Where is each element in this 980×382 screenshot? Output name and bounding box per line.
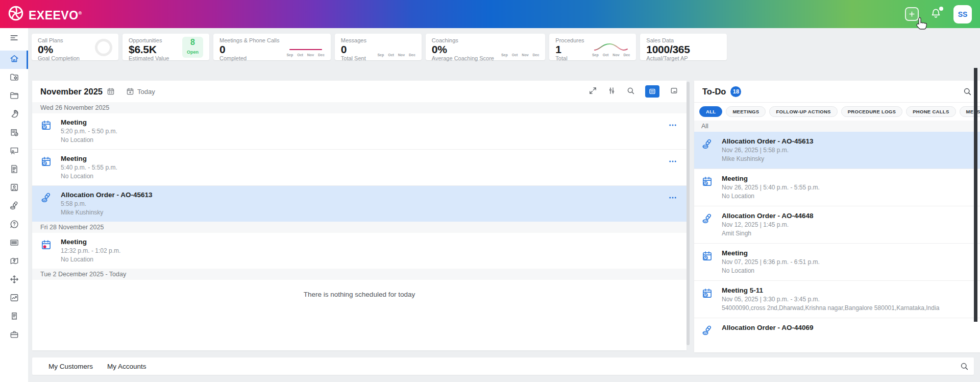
kpi-card[interactable]: Messages 0 Total Sent Sep Oct Nov Dec bbox=[335, 34, 422, 60]
sidebar-item[interactable] bbox=[0, 142, 28, 161]
sidebar-item[interactable] bbox=[0, 161, 28, 179]
sidebar-item[interactable] bbox=[0, 106, 28, 124]
todo-filter-chip[interactable]: MEETINGS bbox=[726, 106, 766, 117]
todo-filter-chip[interactable]: PROCEDURE LOGS bbox=[841, 106, 902, 117]
calendar-event-row[interactable]: Meeting 5:20 p.m. - 5:50 p.m. No Locatio… bbox=[32, 113, 687, 149]
todo-header: To-Do 18 bbox=[694, 81, 980, 103]
sidebar-item[interactable] bbox=[0, 179, 28, 198]
kpi-card[interactable]: Procedures 1 Total Sep Oct Nov Dec bbox=[549, 34, 636, 60]
calendar-picker-icon[interactable] bbox=[107, 87, 115, 96]
kpi-card[interactable]: Meetings & Phone Calls 0 Completed Sep O… bbox=[213, 34, 331, 60]
card-view-icon[interactable] bbox=[670, 86, 678, 97]
more-horizontal-icon[interactable] bbox=[668, 157, 677, 168]
sidebar-item[interactable] bbox=[0, 308, 28, 326]
calendar-panel: November 2025 Today bbox=[32, 81, 687, 350]
folder-gear-icon bbox=[9, 72, 19, 84]
todo-item-time: Nov 26, 2025 | 5:40 p.m. - 5:55 p.m. bbox=[722, 184, 820, 191]
page-scrollbar[interactable] bbox=[974, 68, 977, 322]
todo-list: Allocation Order - AO-45613 Nov 26, 2025… bbox=[694, 132, 980, 343]
sidebar-item[interactable] bbox=[0, 271, 28, 290]
todo-item[interactable]: Meeting Nov 07, 2025 | 6:36 p.m. - 6:51 … bbox=[694, 243, 980, 280]
curve-sparkline bbox=[593, 42, 629, 53]
event-time: 12:32 p.m. - 1:02 p.m. bbox=[61, 247, 120, 254]
list-view-button[interactable] bbox=[645, 85, 659, 98]
sidebar-item[interactable] bbox=[0, 124, 28, 142]
cal-clock-icon bbox=[40, 155, 54, 180]
todo-filter-chip[interactable]: ALL bbox=[699, 106, 722, 117]
todo-item-title: Allocation Order - AO-45613 bbox=[722, 137, 814, 145]
todo-section-header: All bbox=[694, 121, 980, 132]
kpi-title: Call Plans bbox=[38, 37, 80, 43]
kpi-card[interactable]: Opportunities $6.5K Estimated Value 8Ope… bbox=[122, 34, 209, 60]
filter-sliders-icon[interactable] bbox=[607, 86, 616, 97]
left-nav-sidebar bbox=[0, 28, 28, 382]
sidebar-item[interactable] bbox=[0, 216, 28, 234]
sidebar-item[interactable] bbox=[0, 51, 28, 69]
app-logo[interactable]: EXEEVO® bbox=[7, 5, 82, 24]
todo-filter-chip[interactable]: PHONE CALLS bbox=[906, 106, 955, 117]
sidebar-item[interactable] bbox=[0, 290, 28, 308]
calendar-event-row[interactable]: Allocation Order - AO-45613 5:58 p.m. Mi… bbox=[32, 185, 687, 222]
calendar-month-title[interactable]: November 2025 bbox=[40, 87, 103, 97]
more-horizontal-icon[interactable] bbox=[668, 121, 677, 132]
cal-clock-icon bbox=[701, 249, 715, 274]
sidebar-item[interactable] bbox=[0, 87, 28, 106]
calendar-header: November 2025 Today bbox=[32, 81, 687, 102]
today-button[interactable]: Today bbox=[126, 87, 155, 96]
todo-item-title: Allocation Order - AO-44069 bbox=[722, 324, 814, 331]
todo-title: To-Do bbox=[702, 87, 726, 97]
sidebar-item[interactable] bbox=[0, 198, 28, 216]
document-edit-icon bbox=[9, 127, 19, 139]
user-avatar[interactable]: SS bbox=[953, 5, 972, 23]
kpi-card[interactable]: Sales Data 1000/365 Actual/Target AP bbox=[640, 34, 727, 60]
notifications-button[interactable] bbox=[930, 8, 942, 21]
kpi-widget: Sep Oct Nov Dec bbox=[592, 37, 630, 57]
home-icon bbox=[9, 54, 19, 66]
more-horizontal-icon[interactable] bbox=[668, 193, 677, 204]
receipt-icon bbox=[9, 311, 19, 323]
footer-tab[interactable]: My Accounts bbox=[107, 363, 146, 370]
kpi-card[interactable]: Coachings 0% Average Coaching Score Sep … bbox=[426, 34, 546, 60]
todo-filter-chip[interactable]: FOLLOW-UP ACTIONS bbox=[769, 106, 837, 117]
sidebar-item[interactable] bbox=[0, 31, 28, 46]
kpi-card[interactable]: Call Plans 0% Goal Completion bbox=[32, 34, 118, 60]
todo-item[interactable]: Allocation Order - AO-45613 Nov 26, 2025… bbox=[694, 132, 980, 169]
todo-item[interactable]: Allocation Order - AO-44069 bbox=[694, 318, 980, 343]
kpi-value: 0 bbox=[219, 44, 279, 55]
pill-icon bbox=[701, 324, 715, 337]
todo-search-icon[interactable] bbox=[963, 87, 972, 96]
sidebar-item[interactable] bbox=[0, 253, 28, 271]
todo-item[interactable]: Allocation Order - AO-44648 Nov 12, 2025… bbox=[694, 206, 980, 243]
search-icon[interactable] bbox=[626, 86, 635, 97]
bottom-tabs-bar: My Customers My Accounts bbox=[32, 357, 974, 375]
calendar-event-row[interactable]: Meeting 12:32 p.m. - 1:02 p.m. No Locati… bbox=[32, 233, 687, 269]
event-title: Meeting bbox=[61, 155, 117, 162]
todo-item[interactable]: Meeting Nov 26, 2025 | 5:40 p.m. - 5:55 … bbox=[694, 169, 980, 206]
help-icon bbox=[9, 219, 19, 231]
kpi-title: Sales Data bbox=[646, 37, 690, 43]
mouse-cursor bbox=[915, 17, 928, 34]
todo-item-subtext: No Location bbox=[722, 267, 820, 274]
sidebar-item[interactable] bbox=[0, 326, 28, 345]
open-count-badge: 8Open bbox=[182, 37, 203, 58]
top-app-bar: EXEEVO® SS bbox=[0, 0, 980, 28]
todo-item[interactable]: Meeting 5-11 Nov 05, 2025 | 3:30 p.m. - … bbox=[694, 280, 980, 318]
footer-search-icon[interactable] bbox=[960, 362, 969, 371]
calendar-event-row[interactable]: Meeting 5:40 p.m. - 5:55 p.m. No Locatio… bbox=[32, 149, 687, 185]
footer-tab[interactable]: My Customers bbox=[48, 363, 93, 370]
todo-item-title: Allocation Order - AO-44648 bbox=[722, 212, 814, 220]
pill-icon bbox=[701, 137, 715, 162]
calendar-scrollbar[interactable] bbox=[687, 82, 690, 345]
kpi-value: 1 bbox=[555, 44, 584, 55]
event-location: Mike Kushinsky bbox=[61, 209, 153, 216]
folder-icon bbox=[9, 90, 19, 103]
expand-icon[interactable] bbox=[589, 86, 597, 97]
todo-item-time: Nov 12, 2025 | 1:45 p.m. bbox=[722, 221, 814, 228]
calendar-day-group: Fri 28 November 2025 Meeting 12:32 p.m. … bbox=[32, 222, 687, 269]
sidebar-item[interactable] bbox=[0, 69, 28, 87]
sidebar-item[interactable] bbox=[0, 234, 28, 253]
todo-item-title: Meeting 5-11 bbox=[722, 286, 939, 294]
sparkline-month-labels: Sep Oct Nov Dec bbox=[377, 53, 415, 57]
kpi-card-row: Call Plans 0% Goal Completion Opportunit… bbox=[32, 34, 727, 60]
kpi-subtitle: Actual/Target AP bbox=[646, 55, 690, 61]
